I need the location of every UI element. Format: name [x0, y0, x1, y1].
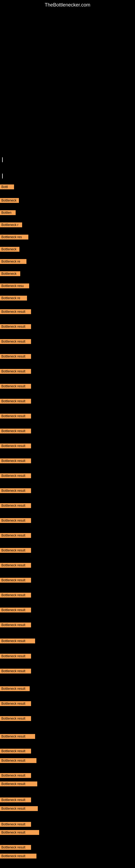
- bottleneck-item-5[interactable]: Bottleneck res: [0, 235, 28, 240]
- bottleneck-item-4[interactable]: Bottleneck r: [0, 222, 22, 227]
- bottleneck-label-24: Bottleneck result: [1, 504, 30, 507]
- bottleneck-item-20[interactable]: Bottleneck result: [0, 443, 31, 448]
- bottleneck-item-18[interactable]: Bottleneck result: [0, 414, 31, 418]
- bottleneck-label-37: Bottleneck result: [1, 702, 30, 706]
- bottleneck-label-29: Bottleneck result: [1, 578, 30, 582]
- bottleneck-item-19[interactable]: Bottleneck result: [0, 429, 31, 433]
- bottleneck-label-5: Bottleneck res: [1, 235, 27, 239]
- bottleneck-item-27[interactable]: Bottleneck result: [0, 548, 31, 553]
- bottleneck-label-17: Bottleneck result: [1, 399, 30, 403]
- bottleneck-item-36[interactable]: Bottleneck result: [0, 686, 30, 691]
- bottleneck-item-15[interactable]: Bottleneck result: [0, 369, 31, 374]
- bottleneck-label-38: Bottleneck result: [1, 717, 30, 720]
- bottleneck-label-42: Bottleneck result: [1, 774, 30, 777]
- bottleneck-item-42[interactable]: Bottleneck result: [0, 773, 31, 778]
- bottleneck-label-33: Bottleneck result: [1, 639, 34, 643]
- bottleneck-label-34: Bottleneck result: [1, 654, 30, 658]
- bottleneck-label-9: Bottleneck resu: [1, 284, 28, 288]
- bottleneck-label-30: Bottleneck result: [1, 593, 30, 597]
- bottleneck-label-22: Bottleneck result: [1, 474, 30, 478]
- bottleneck-label-8: Bottleneck: [1, 272, 19, 276]
- bottleneck-label-21: Bottleneck result: [1, 459, 30, 463]
- bottleneck-item-22[interactable]: Bottleneck result: [0, 473, 31, 478]
- bottleneck-label-45: Bottleneck result: [1, 807, 37, 810]
- bottleneck-item-46[interactable]: Bottleneck result: [0, 822, 31, 827]
- bottleneck-item-10[interactable]: Bottleneck re: [0, 296, 27, 301]
- bottleneck-label-19: Bottleneck result: [1, 429, 30, 433]
- bottleneck-label-39: Bottleneck result: [1, 735, 34, 738]
- bottleneck-label-46: Bottleneck result: [1, 823, 30, 826]
- bottleneck-item-48[interactable]: Bottleneck result: [0, 845, 31, 850]
- bottleneck-item-21[interactable]: Bottleneck result: [0, 458, 31, 463]
- bottleneck-item-1[interactable]: Bottl: [0, 184, 14, 189]
- bottleneck-item-29[interactable]: Bottleneck result: [0, 578, 31, 583]
- bottleneck-label-28: Bottleneck result: [1, 563, 30, 567]
- bottleneck-item-28[interactable]: Bottleneck result: [0, 563, 31, 568]
- bottleneck-item-2[interactable]: Bottleneck: [0, 198, 19, 203]
- bottleneck-item-38[interactable]: Bottleneck result: [0, 716, 31, 721]
- bottleneck-item-9[interactable]: Bottleneck resu: [0, 283, 29, 288]
- cursor-line-2: [2, 174, 3, 179]
- bottleneck-item-34[interactable]: Bottleneck result: [0, 654, 31, 659]
- bottleneck-label-1: Bottl: [1, 185, 13, 189]
- bottleneck-item-30[interactable]: Bottleneck result: [0, 593, 31, 597]
- bottleneck-item-11[interactable]: Bottleneck result: [0, 309, 31, 314]
- bottleneck-label-14: Bottleneck result: [1, 354, 30, 358]
- bottleneck-label-40: Bottleneck result: [1, 749, 30, 753]
- bottleneck-item-43[interactable]: Bottleneck result: [0, 781, 37, 786]
- bottleneck-label-10: Bottleneck re: [1, 296, 26, 300]
- bottleneck-item-25[interactable]: Bottleneck result: [0, 518, 31, 523]
- bottleneck-item-32[interactable]: Bottleneck result: [0, 622, 31, 627]
- bottleneck-item-23[interactable]: Bottleneck result: [0, 488, 31, 493]
- bottleneck-item-7[interactable]: Bottleneck re: [0, 259, 27, 264]
- bottleneck-label-12: Bottleneck result: [1, 325, 30, 329]
- bottleneck-item-47[interactable]: Bottleneck result: [0, 830, 39, 835]
- bottleneck-label-20: Bottleneck result: [1, 444, 30, 448]
- bottleneck-label-25: Bottleneck result: [1, 519, 30, 522]
- bottleneck-label-41: Bottleneck result: [1, 759, 35, 763]
- bottleneck-label-48: Bottleneck result: [1, 845, 30, 849]
- bottleneck-label-15: Bottleneck result: [1, 369, 30, 373]
- bottleneck-label-43: Bottleneck result: [1, 782, 36, 786]
- bottleneck-label-6: Bottleneck: [1, 247, 18, 251]
- bottleneck-label-7: Bottleneck re: [1, 259, 25, 264]
- site-title: TheBottlenecker.com: [0, 0, 135, 8]
- bottleneck-label-31: Bottleneck result: [1, 608, 30, 612]
- bottleneck-label-13: Bottleneck result: [1, 340, 30, 343]
- bottleneck-label-23: Bottleneck result: [1, 489, 30, 493]
- bottleneck-label-2: Bottleneck: [1, 198, 17, 203]
- bottleneck-item-40[interactable]: Bottleneck result: [0, 749, 31, 753]
- bottleneck-label-32: Bottleneck result: [1, 623, 30, 627]
- bottleneck-label-35: Bottleneck result: [1, 669, 30, 673]
- bottleneck-item-45[interactable]: Bottleneck result: [0, 806, 38, 811]
- bottleneck-item-35[interactable]: Bottleneck result: [0, 669, 31, 674]
- bottleneck-item-44[interactable]: Bottleneck result: [0, 798, 31, 802]
- bottleneck-label-18: Bottleneck result: [1, 414, 30, 418]
- bottleneck-item-39[interactable]: Bottleneck result: [0, 734, 35, 739]
- bottleneck-item-6[interactable]: Bottleneck: [0, 247, 19, 252]
- bottleneck-item-8[interactable]: Bottleneck: [0, 271, 20, 276]
- bottleneck-label-11: Bottleneck result: [1, 310, 30, 314]
- bottleneck-item-24[interactable]: Bottleneck result: [0, 503, 31, 508]
- bottleneck-label-26: Bottleneck result: [1, 533, 30, 537]
- bottleneck-item-16[interactable]: Bottleneck result: [0, 384, 31, 389]
- bottleneck-item-41[interactable]: Bottleneck result: [0, 758, 37, 763]
- main-content: TheBottlenecker.com BottlBottleneckBottl…: [0, 0, 135, 868]
- bottleneck-item-33[interactable]: Bottleneck result: [0, 639, 35, 643]
- bottleneck-label-3: Bottlen: [1, 211, 14, 215]
- bottleneck-label-49: Bottleneck result: [1, 854, 35, 858]
- bottleneck-item-37[interactable]: Bottleneck result: [0, 701, 31, 706]
- bottleneck-item-31[interactable]: Bottleneck result: [0, 608, 31, 613]
- bottleneck-item-13[interactable]: Bottleneck result: [0, 339, 31, 344]
- bottleneck-label-47: Bottleneck result: [1, 831, 38, 834]
- cursor-line-1: [2, 157, 3, 162]
- bottleneck-item-17[interactable]: Bottleneck result: [0, 399, 31, 404]
- bottleneck-label-36: Bottleneck result: [1, 687, 28, 691]
- bottleneck-item-49[interactable]: Bottleneck result: [0, 854, 37, 859]
- bottleneck-item-14[interactable]: Bottleneck result: [0, 354, 31, 359]
- bottleneck-item-12[interactable]: Bottleneck result: [0, 324, 31, 329]
- bottleneck-item-3[interactable]: Bottlen: [0, 210, 16, 215]
- bottleneck-item-26[interactable]: Bottleneck result: [0, 533, 31, 538]
- bottleneck-label-27: Bottleneck result: [1, 549, 30, 552]
- bottleneck-label-44: Bottleneck result: [1, 798, 30, 802]
